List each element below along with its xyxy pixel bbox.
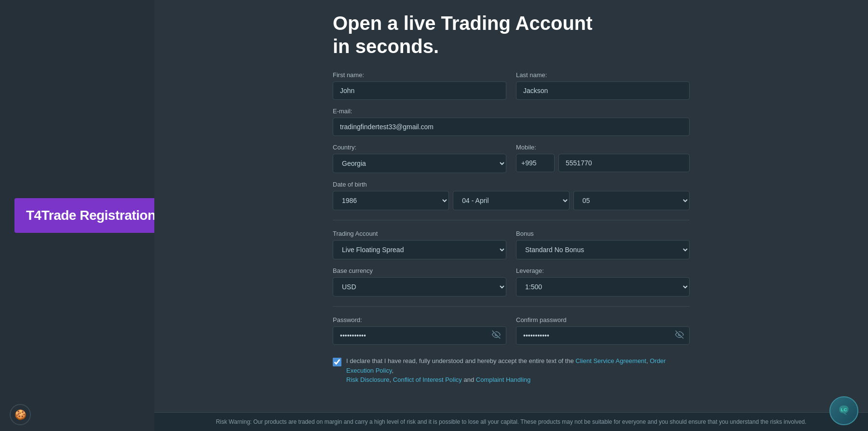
risk-warning-bar: Risk Warning: Our products are traded on… — [154, 412, 868, 431]
trading-account-group: Trading Account Live Floating Spread Liv… — [333, 230, 506, 259]
cookie-button[interactable]: 🍪 — [10, 404, 31, 425]
brand-title: T4Trade Registration — [26, 208, 156, 223]
confirm-password-wrapper — [516, 326, 690, 345]
country-mobile-row: Country: Georgia United States United Ki… — [333, 144, 690, 173]
currency-leverage-row: Base currency USD EUR GBP Leverage: 1:50… — [333, 267, 690, 296]
chat-logo-icon: LC — [836, 402, 852, 420]
password-group: Password: — [333, 316, 506, 345]
country-select[interactable]: Georgia United States United Kingdom Ger… — [333, 154, 506, 173]
dob-label: Date of birth — [333, 181, 690, 188]
base-currency-select[interactable]: USD EUR GBP — [333, 277, 506, 296]
client-service-agreement-link[interactable]: Client Service Agreement — [576, 357, 647, 364]
email-group: E-mail: — [333, 108, 690, 136]
confirm-password-eye-icon[interactable] — [675, 330, 684, 341]
conflict-of-interest-link[interactable]: Conflict of Interest Policy — [393, 376, 462, 383]
email-label: E-mail: — [333, 108, 690, 115]
first-name-label: First name: — [333, 71, 506, 79]
consent-section: I declare that I have read, fully unders… — [333, 356, 690, 385]
confirm-password-input[interactable] — [516, 326, 690, 345]
bonus-select[interactable]: Standard No Bonus 10% Bonus 20% Bonus — [516, 240, 690, 259]
confirm-password-group: Confirm password — [516, 316, 690, 345]
password-wrapper — [333, 326, 506, 345]
dob-day-select[interactable]: 05 01 10 15 — [573, 191, 690, 210]
consent-text: I declare that I have read, fully unders… — [346, 356, 690, 385]
trading-account-select[interactable]: Live Floating Spread Live Fixed Spread E… — [333, 240, 506, 259]
consent-checkbox[interactable] — [333, 358, 341, 366]
chat-button[interactable]: LC — [829, 396, 858, 425]
trading-account-row: Trading Account Live Floating Spread Liv… — [333, 230, 690, 259]
page-title: Open a live Trading Accountin seconds. — [333, 12, 690, 58]
section-divider-1 — [333, 220, 690, 220]
mobile-row — [516, 154, 690, 172]
bonus-group: Bonus Standard No Bonus 10% Bonus 20% Bo… — [516, 230, 690, 259]
svg-text:LC: LC — [841, 407, 847, 412]
last-name-input[interactable] — [516, 81, 690, 100]
name-row: First name: Last name: — [333, 71, 690, 100]
mobile-group: Mobile: — [516, 144, 690, 173]
complaint-handling-link[interactable]: Complaint Handling — [476, 376, 530, 383]
country-group: Country: Georgia United States United Ki… — [333, 144, 506, 173]
main-content: Open a live Trading Accountin seconds. F… — [154, 0, 868, 431]
country-label: Country: — [333, 144, 506, 151]
sidebar: T4Trade Registration — [0, 0, 154, 431]
last-name-label: Last name: — [516, 71, 690, 79]
trading-account-label: Trading Account — [333, 230, 506, 237]
confirm-password-label: Confirm password — [516, 316, 690, 323]
password-eye-icon[interactable] — [492, 330, 501, 341]
dob-group: Date of birth 1986 1985 1987 1990 04 - A… — [333, 181, 690, 210]
password-input[interactable] — [333, 326, 506, 345]
section-divider-2 — [333, 306, 690, 307]
dob-year-select[interactable]: 1986 1985 1987 1990 — [333, 191, 449, 210]
risk-disclosure-link[interactable]: Risk Disclosure — [346, 376, 390, 383]
risk-warning-text: Risk Warning: Our products are traded on… — [216, 418, 807, 425]
mobile-label: Mobile: — [516, 144, 690, 151]
dob-row-container: Date of birth 1986 1985 1987 1990 04 - A… — [333, 181, 690, 210]
dob-selects: 1986 1985 1987 1990 04 - April 01 - Janu… — [333, 191, 690, 210]
leverage-select[interactable]: 1:500 1:100 1:200 1:1000 — [516, 277, 690, 296]
email-input[interactable] — [333, 118, 690, 136]
password-row: Password: Confirm password — [333, 316, 690, 345]
bonus-label: Bonus — [516, 230, 690, 237]
base-currency-label: Base currency — [333, 267, 506, 274]
mobile-number-input[interactable] — [558, 154, 690, 172]
mobile-code-input[interactable] — [516, 154, 555, 172]
cookie-icon: 🍪 — [14, 409, 27, 420]
leverage-label: Leverage: — [516, 267, 690, 274]
leverage-group: Leverage: 1:500 1:100 1:200 1:1000 — [516, 267, 690, 296]
password-label: Password: — [333, 316, 506, 323]
form-container: Open a live Trading Accountin seconds. F… — [323, 0, 699, 394]
last-name-group: Last name: — [516, 71, 690, 100]
email-row: E-mail: — [333, 108, 690, 136]
dob-month-select[interactable]: 04 - April 01 - January 02 - February 03… — [453, 191, 569, 210]
brand-box: T4Trade Registration — [14, 198, 167, 233]
first-name-input[interactable] — [333, 81, 506, 100]
base-currency-group: Base currency USD EUR GBP — [333, 267, 506, 296]
first-name-group: First name: — [333, 71, 506, 100]
